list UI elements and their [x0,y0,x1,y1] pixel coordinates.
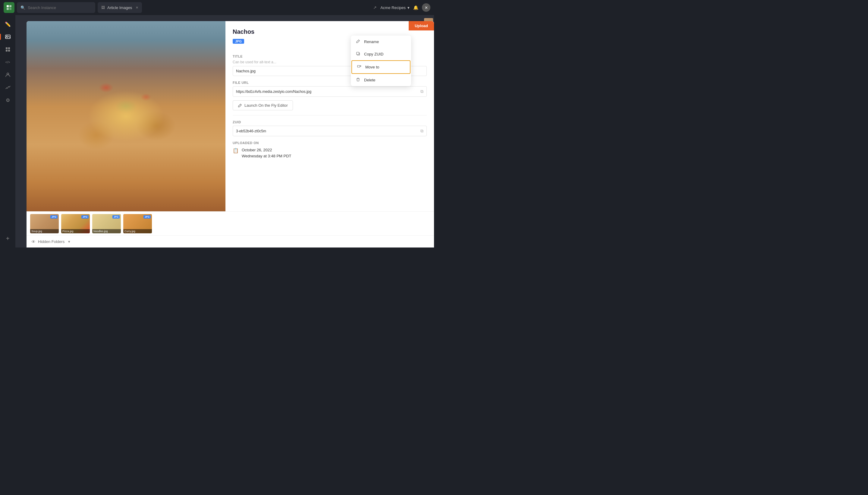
chevron-down-icon: ▾ [407,5,410,10]
move-icon [357,65,362,70]
context-copy-zuid[interactable]: Copy ZUID [351,48,411,60]
topbar-right: ↗ Acme Recipes ▾ 🔔 ✕ [373,3,430,12]
svg-rect-6 [6,47,7,49]
file-url-row: https://bd1c4vfs.media.zestyio.com/Nacho… [233,86,427,97]
svg-point-10 [7,73,9,75]
rename-label: Rename [364,39,379,44]
svg-rect-7 [8,47,10,49]
external-link-icon[interactable]: ↗ [373,5,377,10]
uploaded-on-row: 📋 October 26, 2022 Wednesday at 3:48 PM … [233,147,427,159]
chevron-down-icon[interactable]: ▾ [68,239,70,244]
thumbnail-soup[interactable]: JPG Soup.jpg [30,214,59,233]
thumb-badge-noodles: JPG [112,215,120,219]
file-name-heading: Nachos [233,28,427,35]
copy-label: Copy ZUID [364,52,383,56]
delete-label: Delete [364,78,376,82]
copy-zuid-icon[interactable]: ⧉ [420,129,423,134]
thumb-badge-soup: JPG [50,215,57,219]
hidden-folders-label: Hidden Folders [38,239,65,244]
file-url-text: https://bd1c4vfs.media.zestyio.com/Nacho… [236,89,418,94]
tab-label: Article Images [107,5,132,10]
svg-rect-13 [358,65,360,67]
folders-bar: 👁 Hidden Folders ▾ [27,236,434,248]
thumb-label-curry: Curry.jpg [123,229,152,233]
copy-url-icon[interactable]: ⧉ [420,89,423,94]
divider [233,115,427,116]
eye-icon: 👁 [31,239,36,244]
tab-close-icon[interactable]: ✕ [136,6,138,10]
instance-name: Acme Recipes [380,5,406,10]
svg-point-5 [6,36,7,37]
thumb-label-soup: Soup.jpg [30,229,59,233]
rename-icon [355,39,361,44]
sidebar-item-person[interactable] [2,69,13,80]
tab-media-icon: 🖼 [101,5,105,10]
thumb-badge-curry: JPG [143,215,151,219]
sidebar-item-code[interactable]: </> [2,57,13,68]
thumbnail-curry[interactable]: JPG Curry.jpg [123,214,152,233]
file-type-badge: JPG [233,39,244,44]
pencil-icon [238,103,242,108]
launch-btn-label: Launch On the Fly Editor [244,103,288,108]
sidebar-item-settings[interactable]: ⚙ [2,95,13,105]
search-box[interactable]: 🔍 [17,2,95,13]
thumb-label-pizza: Pizza.jpg [61,229,90,233]
move-label: Move to [365,65,379,69]
svg-rect-9 [8,50,10,52]
search-input[interactable] [28,5,92,10]
zuid-label: ZUID [233,120,427,124]
zuid-row: 3-eb52b46-zt0c5m ⧉ [233,126,427,136]
thumb-label-noodles: Noodles.jpg [92,229,121,233]
calendar-icon: 📋 [233,148,239,153]
upload-button[interactable]: Upload [409,21,434,31]
svg-rect-2 [7,8,9,10]
close-button[interactable]: ✕ [422,3,430,12]
content-area: Upload Nachos JPG Title Can be used for … [16,15,434,248]
launch-editor-button[interactable]: Launch On the Fly Editor [233,100,293,110]
thumbnails-bar: JPG Soup.jpg JPG Pizza.jpg JPG Noodles.j… [27,211,434,236]
sidebar-item-analytics[interactable] [2,82,13,93]
sidebar: ✏️ </> [0,15,16,248]
uploaded-on-label: UPLOADED ON [233,141,427,145]
search-icon: 🔍 [20,5,25,10]
notification-icon[interactable]: 🔔 [413,5,418,10]
thumb-badge-pizza: JPG [81,215,89,219]
sidebar-item-edit[interactable]: ✏️ [2,19,13,30]
uploaded-date: October 26, 2022 Wednesday at 3:48 PM PD… [242,147,292,159]
svg-rect-8 [6,50,7,52]
svg-rect-3 [9,8,12,10]
thumbnail-noodles[interactable]: JPG Noodles.jpg [92,214,121,233]
main-layout: ✏️ </> [0,15,434,248]
thumbnail-pizza[interactable]: JPG Pizza.jpg [61,214,90,233]
svg-rect-12 [357,52,359,54]
tab-article-images[interactable]: 🖼 Article Images ✕ [98,2,142,13]
sidebar-item-add[interactable]: + [2,233,13,244]
topbar: 🔍 🖼 Article Images ✕ ↗ Acme Recipes ▾ 🔔 … [0,0,434,15]
zuid-value: 3-eb52b46-zt0c5m [236,129,418,133]
svg-rect-0 [7,5,9,7]
context-rename[interactable]: Rename [351,36,411,48]
sidebar-item-layers[interactable] [2,44,13,55]
copy-icon [355,52,361,57]
main-image-container [27,21,225,211]
main-image [27,21,225,211]
svg-rect-1 [9,5,12,7]
app-logo[interactable] [4,2,15,13]
instance-selector[interactable]: Acme Recipes ▾ [380,5,410,10]
context-delete[interactable]: Delete [351,74,411,86]
svg-rect-4 [5,35,10,39]
trash-icon [355,78,361,83]
context-menu: Rename Copy ZUID Move to [351,36,411,86]
sidebar-item-media[interactable] [2,31,13,42]
context-move-to[interactable]: Move to [351,60,411,74]
